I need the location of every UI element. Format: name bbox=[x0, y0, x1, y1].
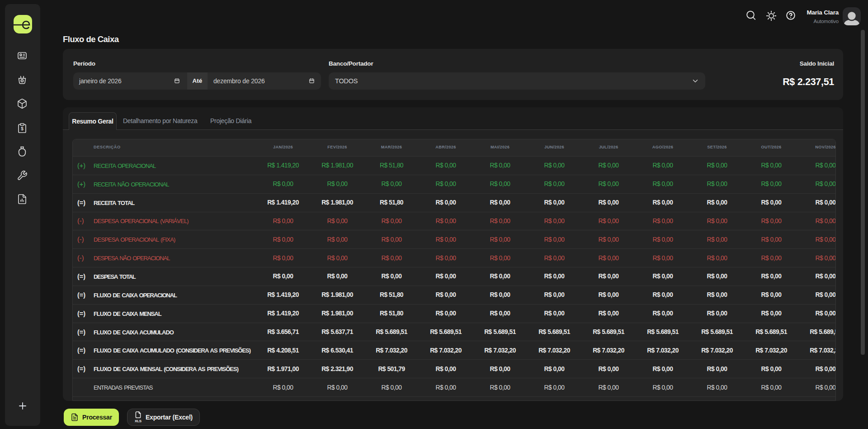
svg-text:$: $ bbox=[21, 126, 24, 131]
svg-text:XLS: XLS bbox=[135, 419, 142, 423]
